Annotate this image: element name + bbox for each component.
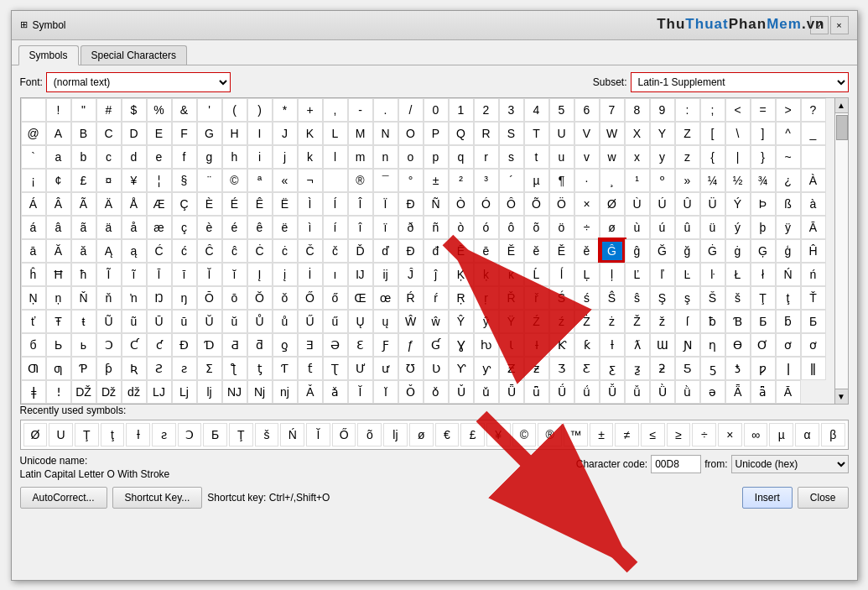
symbol-cell[interactable]: ƨ [172,357,197,380]
symbol-cell[interactable]: ? [801,98,826,122]
symbol-cell[interactable]: Z [675,122,700,145]
symbol-cell[interactable]: Ï [373,192,398,216]
symbol-cell[interactable]: , [323,98,348,122]
symbol-cell[interactable]: ; [700,98,725,122]
symbol-cell[interactable]: ¢ [46,169,71,192]
symbol-cell[interactable]: Ǜ [650,380,675,404]
symbol-cell[interactable]: ÿ [776,216,801,239]
symbol-cell[interactable]: Ň [71,286,96,310]
symbol-cell[interactable]: ^ [776,122,801,145]
symbol-cell[interactable]: Ź [524,310,549,333]
symbol-cell[interactable]: Lj [172,380,197,404]
symbol-cell[interactable]: š [725,286,751,310]
symbol-cell[interactable]: dž [122,380,147,404]
symbol-cell[interactable]: Ĉ [197,239,222,263]
symbol-cell[interactable]: Ô [499,192,524,216]
symbol-cell[interactable]: Ĭ [197,263,222,286]
symbol-cell[interactable]: ƫ [247,357,273,380]
symbol-cell[interactable]: ¼ [700,169,725,192]
symbol-cell[interactable]: ű [323,310,348,333]
symbol-cell[interactable]: · [574,169,600,192]
symbol-cell[interactable]: @ [21,122,46,145]
symbol-cell[interactable]: ǚ [625,380,650,404]
symbol-cell[interactable]: ¡ [21,169,46,192]
symbol-cell[interactable]: ť [21,310,46,333]
symbol-cell[interactable]: « [273,169,298,192]
symbol-cell[interactable]: # [96,98,122,122]
symbol-cell[interactable]: × [574,192,600,216]
symbol-cell[interactable]: } [751,145,776,169]
symbol-cell[interactable]: ħ [71,263,96,286]
symbol-cell[interactable]: Ɣ [449,333,474,357]
symbol-cell[interactable]: Ċ [247,239,273,263]
symbol-cell[interactable]: ą [122,239,147,263]
symbol-cell[interactable]: s [499,145,524,169]
symbol-cell[interactable]: Ñ [424,192,449,216]
symbol-cell[interactable]: ǔ [474,380,499,404]
symbol-cell[interactable]: ƻ [650,357,675,380]
symbol-cell[interactable]: ø [600,216,625,239]
symbol-cell[interactable]: ƕ [474,333,499,357]
symbol-cell[interactable]: Ĝ [600,239,625,263]
symbol-cell[interactable]: j [273,145,298,169]
symbol-cell[interactable]: Ɵ [725,333,751,357]
symbol-cell[interactable]: Ƃ [751,310,776,333]
symbol-cell[interactable]: Ġ [700,239,725,263]
autocorrect-button[interactable]: AutoCorrect... [20,487,107,509]
insert-button[interactable]: Insert [742,487,793,509]
recent-cell[interactable]: ø [409,423,434,446]
symbol-cell[interactable]: Ǔ [449,380,474,404]
symbol-cell[interactable]: c [96,145,122,169]
symbol-cell[interactable]: Ǒ [398,380,424,404]
symbol-cell[interactable]: 3 [499,98,524,122]
symbol-cell[interactable]: Ĺ [524,263,549,286]
symbol-cell[interactable]: ü [700,216,725,239]
symbol-cell[interactable]: k [298,145,323,169]
symbol-cell[interactable]: º [650,169,675,192]
symbol-cell[interactable]: ŋ [172,286,197,310]
symbol-cell[interactable]: Ŏ [247,286,273,310]
symbol-cell[interactable]: û [675,216,700,239]
symbol-cell[interactable]: Ł [725,263,751,286]
symbol-cell[interactable]: ź [549,310,574,333]
symbol-cell[interactable]: ƾ [725,357,751,380]
symbol-cell[interactable]: Ţ [751,286,776,310]
symbol-cell[interactable]: ¤ [96,169,122,192]
symbol-cell[interactable]: Ƈ [122,333,147,357]
symbol-cell[interactable]: V [574,122,600,145]
symbol-cell[interactable]: > [776,98,801,122]
symbol-cell[interactable]: é [222,216,247,239]
symbol-cell[interactable]: L [323,122,348,145]
symbol-cell[interactable]: Ʈ [323,357,348,380]
symbol-cell[interactable]: Ŧ [46,310,71,333]
symbol-cell[interactable]: K [298,122,323,145]
symbol-cell[interactable]: Ĕ [499,239,524,263]
recent-cell[interactable]: α [795,423,819,446]
recent-cell[interactable]: ÷ [692,423,716,446]
symbol-cell[interactable]: " [71,98,96,122]
symbol-cell[interactable]: Ǟ [725,380,751,404]
symbol-cell[interactable]: ƥ [96,357,122,380]
symbol-cell[interactable]: ¶ [549,169,574,192]
symbol-cell[interactable]: nj [273,380,298,404]
symbol-cell[interactable]: ƚ [600,333,625,357]
symbol-cell[interactable]: Ǚ [600,380,625,404]
symbol-cell[interactable]: y [650,145,675,169]
subset-select[interactable]: Latin-1 Supplement [631,72,849,92]
symbol-cell[interactable]: ǃ [46,380,71,404]
symbol-cell[interactable]: ś [574,286,600,310]
symbol-cell[interactable]: ŕ [424,286,449,310]
symbol-cell[interactable]: Y [650,122,675,145]
symbol-cell[interactable]: ċ [273,239,298,263]
recent-cell[interactable]: µ [769,423,793,446]
symbol-cell[interactable]: ¾ [751,169,776,192]
symbol-cell[interactable]: Ž [625,310,650,333]
symbol-cell[interactable]: Ʀ [122,357,147,380]
shortcut-key-button[interactable]: Shortcut Key... [112,487,203,509]
symbol-cell[interactable]: W [600,122,625,145]
symbol-cell[interactable]: Ú [650,192,675,216]
symbol-cell[interactable]: ó [474,216,499,239]
symbol-cell[interactable]: J [273,122,298,145]
symbol-cell[interactable]: Ɲ [675,333,700,357]
close-button[interactable]: Close [798,487,849,509]
